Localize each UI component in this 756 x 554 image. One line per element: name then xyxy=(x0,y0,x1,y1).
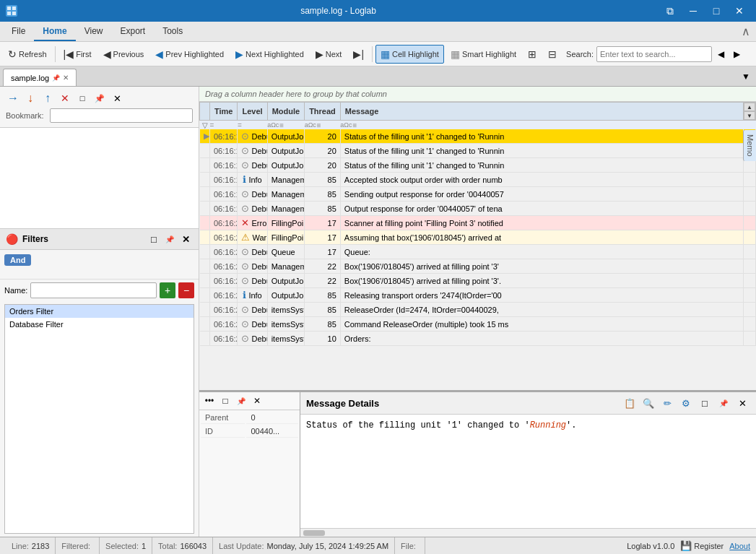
menu-tools[interactable]: Tools xyxy=(154,22,191,41)
next-button[interactable]: ▶ Next xyxy=(310,45,347,64)
bookmark-arrow-up[interactable]: ↑ xyxy=(40,91,55,105)
bookmark-pin[interactable]: 📌 xyxy=(92,91,107,105)
table-row[interactable]: 06:16:23,338⊙DebugitemsSystemStore10Orde… xyxy=(200,332,756,346)
window-doc-btn[interactable]: ⧉ xyxy=(659,0,681,22)
refresh-button[interactable]: ↻ Refresh xyxy=(3,45,52,64)
next-last-button[interactable]: ▶| xyxy=(348,45,369,64)
row-expander: ▶ xyxy=(200,129,210,144)
filters-close-btn[interactable]: ✕ xyxy=(178,232,193,246)
row-time: 06:16:11,549 xyxy=(210,129,238,144)
bookmark-input[interactable] xyxy=(50,108,193,123)
md-scrollbar[interactable] xyxy=(300,528,756,537)
register-btn[interactable]: 💾 Register xyxy=(680,540,724,551)
bookmark-square[interactable]: □ xyxy=(75,91,90,105)
bl-more-btn[interactable]: ••• xyxy=(202,394,217,408)
bookmark-delete[interactable]: ✕ xyxy=(58,91,72,105)
table-row[interactable]: 06:16:23,117✕ErrorFillingPoint17Scanner … xyxy=(200,216,756,230)
th-level[interactable]: Level xyxy=(238,103,267,121)
md-close-btn[interactable]: ✕ xyxy=(734,395,750,411)
table-row[interactable]: 06:16:16,778⊙DebugManagementSystem85Outp… xyxy=(200,202,756,216)
menu-view[interactable]: View xyxy=(76,22,112,41)
table-row[interactable]: 06:16:23,118⊙DebugQueue17Queue: xyxy=(200,245,756,259)
filter-delete-btn[interactable]: − xyxy=(178,282,194,298)
md-square-btn[interactable]: □ xyxy=(697,395,713,411)
filter-orders[interactable]: Orders Filter xyxy=(5,305,194,318)
window-minimize-btn[interactable]: ─ xyxy=(682,0,704,22)
row-expander xyxy=(200,202,210,216)
md-pin-btn[interactable]: 📌 xyxy=(716,395,731,411)
row-last xyxy=(744,288,756,303)
toolbar: ↻ Refresh |◀ First ◀ Previous ◀ Prev Hig… xyxy=(0,42,756,66)
md-gear-btn[interactable]: ⚙ xyxy=(678,395,694,411)
search-input[interactable] xyxy=(596,46,712,62)
about-link[interactable]: About xyxy=(729,542,750,550)
table-row[interactable]: 06:16:23,118⊙DebugOutputJob22Box('1906'/… xyxy=(200,274,756,288)
grid-wrapper[interactable]: Time Level Module Thread Message ▲ ▼ xyxy=(199,102,756,390)
search-prev-btn[interactable]: ◀ xyxy=(713,45,728,64)
row-module: ManagementSystem xyxy=(267,187,305,202)
row-thread: 20 xyxy=(305,144,341,158)
th-time[interactable]: Time xyxy=(210,103,238,121)
table-row[interactable]: 06:16:23,118ℹInfoOutputJob85Releasing tr… xyxy=(200,288,756,303)
menu-collapse-btn[interactable]: ∧ xyxy=(739,22,753,40)
window-maximize-btn[interactable]: □ xyxy=(705,0,727,22)
table-row[interactable]: ▶06:16:11,549⊙DebugOutputJob20Status of … xyxy=(200,129,756,144)
th-module[interactable]: Module xyxy=(267,103,305,121)
smart-highlight-button[interactable]: ▦ Smart Highlight xyxy=(446,45,521,64)
scroll-down-btn[interactable]: ▼ xyxy=(744,111,755,120)
table-row[interactable]: 06:16:23,118⊙DebugManagementSystem22Box(… xyxy=(200,259,756,274)
first-button[interactable]: |◀ First xyxy=(58,45,97,64)
scroll-up-btn[interactable]: ▲ xyxy=(744,103,755,111)
bl-pin-btn[interactable]: 📌 xyxy=(234,394,248,408)
row-time: 06:16:23,118 xyxy=(210,245,238,259)
row-time: 06:16:23,117 xyxy=(210,216,238,230)
menu-home[interactable]: Home xyxy=(34,22,75,41)
row-thread: 17 xyxy=(305,230,341,245)
data-grid-area: Drag a column header here to group by th… xyxy=(199,87,756,392)
bookmark-close[interactable]: ✕ xyxy=(110,91,124,105)
title-bar-left xyxy=(6,5,17,17)
status-file: File: xyxy=(395,537,425,554)
table-row[interactable]: 06:16:16,777ℹInfoManagementSystem85Accep… xyxy=(200,173,756,187)
prev-highlighted-button[interactable]: ◀ Prev Highlighted xyxy=(150,45,229,64)
row-level: ⊙Debug xyxy=(238,332,267,346)
table-row[interactable]: 06:16:23,117⚠WarningFillingPoint17Assumi… xyxy=(200,230,756,245)
status-file-label: File: xyxy=(401,542,416,550)
tab-close-btn[interactable]: ✕ xyxy=(63,74,69,82)
table-row[interactable]: 06:16:23,138⊙DebugitemsSystemStore85Comm… xyxy=(200,317,756,332)
table-row[interactable]: 06:16:11,549⊙DebugOutputJob20Status of t… xyxy=(200,144,756,158)
filter-database[interactable]: Database Filter xyxy=(5,318,194,331)
window-close-btn[interactable]: ✕ xyxy=(729,0,750,22)
md-edit-btn[interactable]: ✏ xyxy=(659,395,675,411)
bl-close-btn[interactable]: ✕ xyxy=(250,394,264,408)
tab-sample-log[interactable]: sample.log 📌 ✕ xyxy=(3,69,77,86)
next-highlighted-button[interactable]: ▶ Next Highlighted xyxy=(230,45,309,64)
bl-square-btn[interactable]: □ xyxy=(218,394,233,408)
row-level: ⊙Debug xyxy=(238,317,267,332)
grid-btn-2[interactable]: ⊟ xyxy=(543,45,562,64)
search-next-btn[interactable]: ▶ xyxy=(729,45,744,64)
bookmark-arrow-right[interactable]: → xyxy=(6,91,20,105)
filter-add-btn[interactable]: + xyxy=(160,282,175,298)
memo-panel[interactable]: Memo xyxy=(743,130,756,161)
table-row[interactable]: 06:16:16,777⊙DebugManagementSystem85Send… xyxy=(200,187,756,202)
filters-float-btn[interactable]: □ xyxy=(147,232,161,246)
menu-file[interactable]: File xyxy=(3,22,34,41)
grid-btn-1[interactable]: ⊞ xyxy=(523,45,542,64)
th-thread[interactable]: Thread xyxy=(305,103,341,121)
table-row[interactable]: 06:16:11,549⊙DebugOutputJob20Status of t… xyxy=(200,158,756,173)
cell-highlight-button[interactable]: ▦ Cell Highlight xyxy=(375,45,444,64)
tab-menu-btn[interactable]: ▼ xyxy=(739,67,753,86)
md-doc-btn[interactable]: 📋 xyxy=(622,395,638,411)
menu-export[interactable]: Export xyxy=(111,22,154,41)
md-search-btn[interactable]: 🔍 xyxy=(640,395,656,411)
previous-button[interactable]: ◀ Previous xyxy=(98,45,149,64)
th-message[interactable]: Message xyxy=(340,103,743,121)
bl-row-id: ID 00440... xyxy=(201,425,298,438)
status-last-update-label: Last Update: xyxy=(219,542,264,550)
search-label: Search: xyxy=(566,50,594,59)
filter-name-input[interactable] xyxy=(30,282,157,298)
table-row[interactable]: 06:16:23,119⊙DebugitemsSystemStore85Rele… xyxy=(200,303,756,317)
bookmark-arrow-down[interactable]: ↓ xyxy=(23,91,38,105)
filters-pin-btn[interactable]: 📌 xyxy=(162,232,177,246)
